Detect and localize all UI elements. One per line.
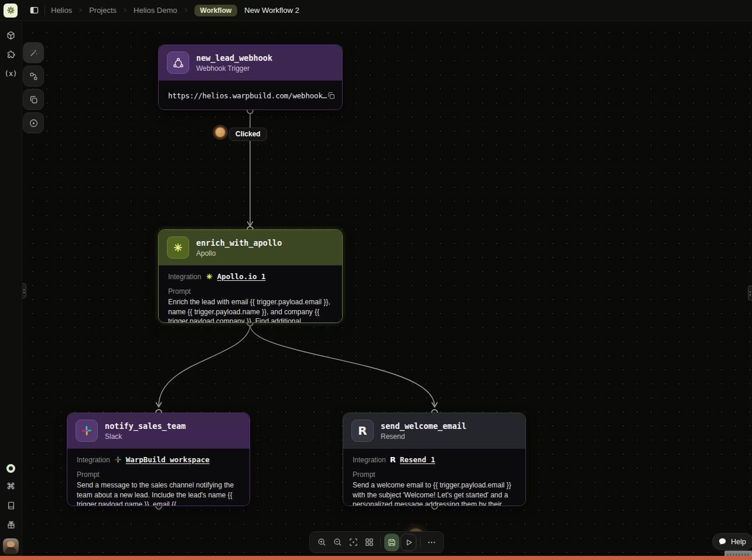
app-logo[interactable] — [4, 4, 18, 18]
integration-link[interactable]: Apollo.io 1 — [217, 272, 266, 281]
play-icon — [404, 538, 413, 547]
top-bar: Helios Projects Helios Demo Workflow New… — [0, 0, 752, 21]
integration-label: Integration — [353, 456, 386, 464]
slack-icon — [114, 456, 122, 463]
breadcrumb-item-helios[interactable]: Helios — [51, 6, 72, 15]
canvas-bottom-toolbar — [309, 531, 444, 553]
recording-indicator-bar — [0, 556, 752, 560]
save-button[interactable] — [384, 534, 400, 551]
package-icon — [6, 30, 16, 40]
node-title: notify_sales_team — [105, 421, 186, 431]
integration-label: Integration — [168, 273, 201, 281]
resend-icon: R — [351, 420, 374, 442]
help-label: Help — [731, 538, 746, 546]
node-subtitle: Slack — [105, 432, 186, 441]
edge-apollo-to-slack[interactable] — [159, 326, 250, 406]
user-avatar[interactable] — [3, 538, 19, 554]
run-workflow-button[interactable] — [401, 534, 416, 551]
left-drawer-handle[interactable] — [22, 283, 26, 298]
edge-apollo-to-resend[interactable] — [250, 326, 435, 406]
apollo-icon — [206, 273, 213, 280]
ai-edit-tool-button[interactable] — [23, 42, 44, 63]
node-subtitle: Webhook Trigger — [196, 64, 272, 73]
save-icon — [387, 538, 396, 547]
node-header: notify_sales_team Slack — [67, 413, 249, 448]
more-options-button[interactable] — [424, 534, 439, 551]
prompt-label: Prompt — [77, 470, 240, 479]
toolbar-divider — [420, 537, 421, 548]
click-tooltip: Clicked — [229, 128, 267, 141]
zoom-out-icon — [333, 537, 343, 547]
status-indicator — [6, 464, 15, 473]
integration-link[interactable]: WarpBuild workspace — [126, 455, 210, 464]
workflow-type-badge: Workflow — [194, 5, 238, 16]
integration-label: Integration — [77, 456, 110, 464]
runs-tool-button[interactable] — [23, 112, 44, 133]
layers-icon — [29, 95, 39, 105]
templates-tool-button[interactable] — [23, 89, 44, 110]
chat-bubble-icon — [717, 537, 727, 547]
zoom-in-icon — [317, 537, 327, 547]
resend-icon: R — [390, 455, 396, 464]
whats-new-button[interactable] — [5, 519, 17, 531]
node-header: enrich_with_apollo Apollo — [159, 230, 342, 265]
node-body: Integration Apollo.io 1 Prompt Enrich th… — [159, 265, 342, 323]
workflow-canvas[interactable]: new_lead_webhook Webhook Trigger https:/… — [22, 21, 752, 560]
breadcrumb-item-helios-demo[interactable]: Helios Demo — [134, 6, 177, 15]
variables-button[interactable]: (x) — [5, 68, 17, 80]
prompt-text: Enrich the lead with email {{ trigger.pa… — [168, 297, 333, 323]
canvas-tool-column — [23, 42, 44, 133]
gift-icon — [6, 520, 16, 530]
help-button[interactable]: Help — [712, 533, 752, 550]
right-drawer-handle[interactable] — [748, 286, 752, 301]
command-icon: ⌘ — [6, 481, 15, 492]
slack-icon — [76, 420, 98, 442]
sidebar-toggle-button[interactable] — [26, 3, 42, 18]
node-new-lead-webhook[interactable]: new_lead_webhook Webhook Trigger https:/… — [158, 44, 343, 110]
prompt-text: Send a welcome email to {{ trigger.paylo… — [353, 480, 516, 506]
chevron-right-icon — [122, 8, 128, 13]
chevron-right-icon — [183, 8, 189, 13]
left-rail: (x) ⌘ — [0, 21, 22, 560]
integrations-button[interactable] — [5, 49, 17, 60]
node-body: Integration R Resend 1 Prompt Send a wel… — [343, 448, 525, 506]
node-send-welcome-email[interactable]: R send_welcome_email Resend Integration … — [343, 413, 526, 506]
node-enrich-with-apollo[interactable]: enrich_with_apollo Apollo Integration Ap… — [158, 229, 343, 323]
fit-view-button[interactable] — [346, 534, 361, 551]
webhook-icon — [167, 51, 189, 74]
zoom-out-button[interactable] — [330, 534, 345, 551]
integration-link[interactable]: Resend 1 — [400, 455, 435, 464]
prompt-label: Prompt — [168, 287, 333, 296]
prompt-text: Send a message to the sales channel noti… — [77, 480, 240, 506]
node-subtitle: Resend — [381, 432, 466, 441]
toolbar-divider — [380, 537, 381, 548]
breadcrumb: Helios Projects Helios Demo Workflow New… — [51, 5, 299, 16]
play-circle-icon — [29, 118, 39, 128]
puzzle-icon — [6, 50, 16, 60]
zoom-in-button[interactable] — [315, 534, 329, 551]
components-button[interactable] — [5, 29, 17, 41]
chevron-right-icon — [78, 8, 83, 13]
node-body: Integration WarpBuild workspace Prompt S… — [67, 448, 249, 506]
node-title: send_welcome_email — [381, 421, 466, 431]
fit-view-icon — [348, 537, 358, 547]
magic-wand-icon — [29, 48, 39, 58]
docs-button[interactable] — [5, 500, 17, 511]
apollo-icon — [167, 236, 189, 259]
node-subtitle: Apollo — [196, 249, 282, 257]
webhook-url[interactable]: https://helios.warpbuild.com/webhook… — [168, 91, 327, 100]
workflow-title[interactable]: New Workflow 2 — [244, 6, 299, 15]
copy-url-button[interactable] — [327, 91, 336, 100]
pinwheel-logo-icon — [6, 6, 15, 15]
grid-icon — [364, 537, 374, 547]
add-node-tool-button[interactable] — [23, 66, 44, 87]
layout-button[interactable] — [362, 534, 377, 551]
breadcrumb-item-projects[interactable]: Projects — [89, 6, 117, 15]
node-header: new_lead_webhook Webhook Trigger — [159, 45, 342, 80]
nodes-icon — [29, 71, 39, 81]
copy-icon — [327, 91, 336, 100]
node-header: R send_welcome_email Resend — [343, 413, 525, 448]
shortcuts-button[interactable]: ⌘ — [5, 480, 17, 492]
node-notify-sales-team[interactable]: notify_sales_team Slack Integration Warp… — [67, 413, 250, 506]
topbar-divider — [45, 6, 45, 15]
